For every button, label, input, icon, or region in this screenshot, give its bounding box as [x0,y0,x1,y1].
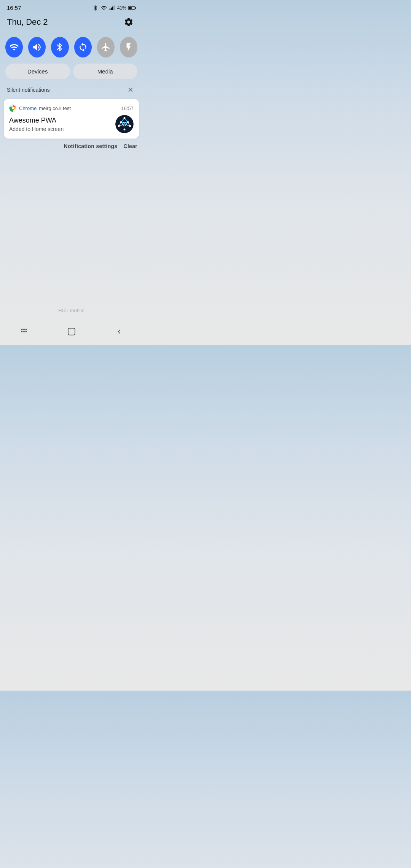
flashlight-tile-icon [124,42,134,52]
notif-header-row: Chrome meirg.co.il.test 16:57 [9,104,134,112]
tab-media[interactable]: Media [73,64,138,79]
notif-source: meirg.co.il.test [39,105,71,111]
back-button[interactable] [111,323,127,340]
svg-point-12 [124,117,126,119]
home-icon [67,327,76,336]
actions-row: Notification settings Clear [0,139,143,149]
battery-percent: 41% [117,5,126,11]
wifi-status-icon [100,5,107,11]
wifi-tile-icon [9,42,19,52]
status-icons: 41% [92,5,136,11]
empty-area [0,149,143,302]
recents-icon [20,327,28,336]
signal-icon [109,5,115,11]
home-button[interactable] [63,323,80,340]
tile-volume[interactable] [28,37,46,57]
svg-rect-6 [129,7,132,9]
chrome-icon [9,104,17,112]
tile-wifi[interactable] [5,37,23,57]
battery-icon [128,5,136,11]
tile-flashlight[interactable] [120,37,137,57]
quick-tiles [0,35,143,64]
notif-title: Awesome PWA [9,116,64,124]
svg-rect-24 [68,328,75,335]
section-title: Silent notifications [7,87,50,93]
settings-button[interactable] [121,15,136,29]
recents-button[interactable] [16,323,32,340]
clear-button[interactable]: Clear [123,143,137,149]
svg-rect-21 [21,331,22,332]
svg-rect-0 [110,8,111,10]
svg-rect-18 [21,329,22,330]
tab-row: Devices Media [5,64,137,79]
notification-card[interactable]: Chrome meirg.co.il.test 16:57 Awesome PW… [4,99,139,139]
volume-tile-icon [32,42,42,52]
notif-app-name: Chrome [19,105,37,111]
tile-sync[interactable] [74,37,92,57]
tab-devices[interactable]: Devices [5,64,70,79]
back-icon [115,327,123,336]
svg-rect-20 [25,329,27,330]
tile-airplane[interactable] [97,37,115,57]
bluetooth-status-icon [92,5,99,11]
notif-text: Awesome PWA Added to Home screen [9,116,64,132]
silent-notifications-header: Silent notifications [0,79,143,99]
svg-point-9 [12,107,14,109]
svg-point-15 [124,129,126,131]
airplane-tile-icon [101,42,111,52]
header-date: Thu, Dec 2 [7,17,48,27]
status-time: 16:57 [7,5,21,11]
close-section-button[interactable] [125,85,136,95]
svg-point-16 [118,125,120,127]
bluetooth-tile-icon [55,42,65,52]
notif-subtitle: Added to Home screen [9,126,64,132]
notification-settings-button[interactable]: Notification settings [64,143,118,149]
svg-rect-1 [111,7,112,10]
sync-tile-icon [78,42,88,52]
tile-bluetooth[interactable] [51,37,68,57]
gear-icon [124,17,134,27]
svg-rect-23 [25,331,27,332]
svg-point-13 [127,121,129,123]
carrier-label: HOT mobile [0,302,143,318]
svg-rect-3 [114,5,115,10]
svg-rect-19 [23,329,25,330]
status-bar: 16:57 41% [0,0,143,13]
svg-rect-5 [135,7,136,8]
svg-rect-22 [23,331,25,332]
notif-body: Awesome PWA Added to Home screen [9,115,134,133]
header-row: Thu, Dec 2 [0,13,143,35]
notif-time: 16:57 [121,105,134,111]
nav-bar [0,318,143,345]
svg-point-14 [129,125,131,127]
pwa-icon [115,115,134,133]
svg-rect-2 [112,6,113,10]
svg-point-17 [120,121,122,123]
close-icon [127,86,134,93]
